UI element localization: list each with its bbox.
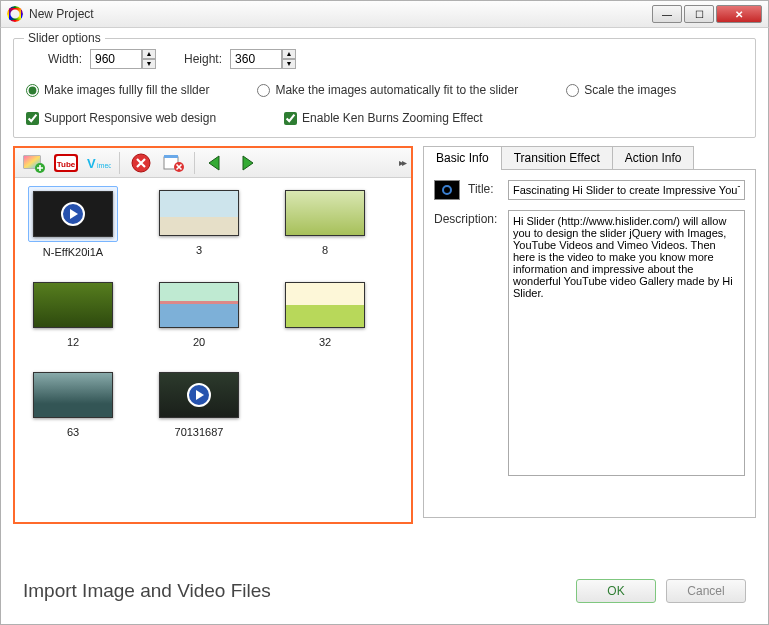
thumbnail-item[interactable]: 70131687 [147,368,251,438]
radio-fill[interactable]: Make images fullly fill the sllder [26,83,209,97]
slider-options-group: Slider options Width: ▲▼ Height: ▲▼ Make… [13,38,756,138]
svg-text:Tube: Tube [57,160,76,169]
thumbnail-image [33,282,113,328]
tab-body: Title: Description: [423,170,756,518]
thumbnail-item[interactable]: N-EffK20i1A [21,186,125,258]
add-vimeo-button[interactable]: Vimeo [85,151,111,175]
description-label: Description: [434,210,500,226]
toolbar-separator-2 [194,152,195,174]
width-input[interactable] [90,49,142,69]
check-kenburns-label: Enable Ken Burns Zooming Effect [302,111,483,125]
svg-rect-10 [164,155,178,158]
minimize-button[interactable] [652,5,682,23]
height-label: Height: [184,52,222,66]
delete-button[interactable] [128,151,154,175]
thumbnail-item[interactable]: 12 [21,278,125,348]
thumbnail-label: 63 [67,426,79,438]
add-image-button[interactable] [21,151,47,175]
width-spinner[interactable]: ▲▼ [142,49,156,69]
thumbnail-item[interactable]: 8 [273,186,377,258]
thumbnail-label: 3 [196,244,202,256]
expand-icon[interactable]: ▸▸ [399,157,405,168]
cancel-button[interactable]: Cancel [666,579,746,603]
description-textarea[interactable] [508,210,745,476]
title-label: Title: [468,180,500,196]
thumbnail-label: N-EffK20i1A [43,246,103,258]
check-responsive[interactable]: Support Responsive web design [26,111,216,125]
thumbnail-grid: N-EffK20i1A381220326370131687 [15,178,411,446]
height-down-button[interactable]: ▼ [282,59,296,69]
radio-fit[interactable]: Make the images automatically fit to the… [257,83,518,97]
toolbar-separator [119,152,120,174]
thumbnail-image [285,282,365,328]
thumbnail-item[interactable]: 32 [273,278,377,348]
thumbnail-image [159,282,239,328]
tab-action-info[interactable]: Action Info [612,146,695,169]
height-input[interactable] [230,49,282,69]
thumbnail-label: 32 [319,336,331,348]
height-up-button[interactable]: ▲ [282,49,296,59]
title-input[interactable] [508,180,745,200]
close-button[interactable] [716,5,762,23]
width-label: Width: [48,52,82,66]
width-up-button[interactable]: ▲ [142,49,156,59]
thumbnail-image [33,372,113,418]
titlebar: New Project [0,0,769,28]
play-icon [160,373,238,417]
add-youtube-button[interactable]: Tube [53,151,79,175]
tab-basic-info[interactable]: Basic Info [423,146,502,169]
thumbnail-label: 8 [322,244,328,256]
info-panel: Basic Info Transition Effect Action Info… [423,146,756,524]
maximize-button[interactable] [684,5,714,23]
thumbnail-item[interactable]: 20 [147,278,251,348]
slide-type-icon [434,180,460,200]
radio-scale[interactable]: Scale the images [566,83,676,97]
thumbnail-label: 12 [67,336,79,348]
svg-text:V: V [87,156,96,171]
thumbnail-image [159,372,239,418]
radio-fit-label: Make the images automatically fit to the… [275,83,518,97]
radio-fill-label: Make images fullly fill the sllder [44,83,209,97]
window-title: New Project [29,7,650,21]
thumbnail-panel: Tube Vimeo ▸▸ [13,146,413,524]
thumbnail-image [159,190,239,236]
tab-transition-effect[interactable]: Transition Effect [501,146,613,169]
thumbnail-label: 20 [193,336,205,348]
svg-text:imeo: imeo [97,162,111,169]
ok-button[interactable]: OK [576,579,656,603]
tab-bar: Basic Info Transition Effect Action Info [423,146,756,170]
clear-all-button[interactable] [160,151,186,175]
prev-button[interactable] [203,151,229,175]
app-icon [7,6,23,22]
thumbnail-item[interactable]: 3 [147,186,251,258]
window-controls [650,5,762,23]
footer-caption: Import Image and Video Files [23,580,271,602]
radio-scale-label: Scale the images [584,83,676,97]
check-responsive-label: Support Responsive web design [44,111,216,125]
thumbnail-toolbar: Tube Vimeo ▸▸ [15,148,411,178]
thumbnail-item[interactable]: 63 [21,368,125,438]
width-down-button[interactable]: ▼ [142,59,156,69]
play-icon [34,192,112,236]
check-kenburns[interactable]: Enable Ken Burns Zooming Effect [284,111,483,125]
footer: Import Image and Video Files OK Cancel [7,564,762,618]
thumbnail-label: 70131687 [175,426,224,438]
height-spinner[interactable]: ▲▼ [282,49,296,69]
next-button[interactable] [235,151,261,175]
thumbnail-image [285,190,365,236]
thumbnail-image [33,191,113,237]
group-legend: Slider options [24,31,105,45]
